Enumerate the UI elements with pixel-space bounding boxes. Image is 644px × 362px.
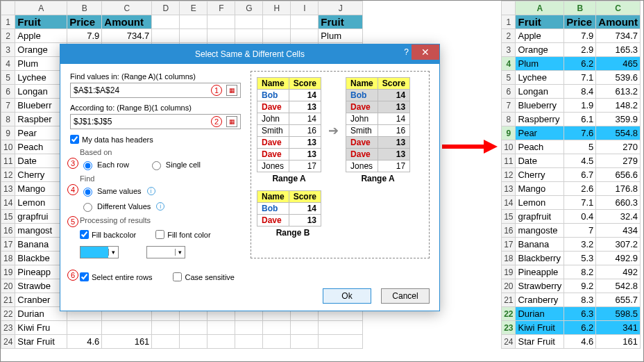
fill-fontcolor-checkbox[interactable]: Fill font color: [155, 230, 210, 239]
range-picker-icon[interactable]: ▦: [226, 85, 237, 96]
col-header-fruit-j[interactable]: Fruit: [319, 15, 363, 29]
same-values-radio[interactable]: Same valuesi: [80, 186, 241, 197]
info-icon[interactable]: i: [147, 187, 155, 195]
fontcolor-swatch[interactable]: ▾: [146, 246, 185, 258]
arrow-right-icon: ➔: [328, 123, 339, 138]
table-row[interactable]: 21 Cranberry8.3655.7: [502, 293, 641, 307]
table-row[interactable]: 22 Durian6.3598.5: [502, 307, 641, 321]
select-entire-rows-checkbox[interactable]: Select entire rows: [80, 272, 152, 281]
table-row[interactable]: 5 Lychee7.1539.6: [502, 71, 641, 85]
table-row[interactable]: 24 Star Fruit4.6161: [502, 335, 641, 349]
table-row[interactable]: 4 Plum6.2465: [502, 57, 641, 71]
col-header-amount[interactable]: Amount: [102, 15, 152, 29]
table-row[interactable]: 10 Peach5270: [502, 140, 641, 154]
close-icon[interactable]: ✕: [412, 44, 439, 60]
dialog-titlebar[interactable]: Select Same & Different Cells ? ✕: [60, 44, 439, 64]
table-row[interactable]: 11 Date4.5279: [502, 154, 641, 168]
range-b-input[interactable]: $J$1:$J$5 2 ▦: [70, 114, 241, 129]
table-row[interactable]: 8 Raspberry6.1359.9: [502, 113, 641, 126]
table-row[interactable]: 18 Blackberry5.3492.9: [502, 252, 641, 265]
table-row[interactable]: 24 Star Fruit4.6161: [1, 335, 363, 349]
ok-button[interactable]: Ok: [323, 288, 371, 304]
col-header-price[interactable]: Price: [67, 15, 102, 29]
dialog-preview: NameScoreBob14Dave13John14Smith16Dave13D…: [251, 71, 430, 258]
table-row[interactable]: 23 Kiwi Fru: [1, 321, 363, 335]
table-row[interactable]: 23 Kiwi Fruit6.2341: [502, 321, 641, 335]
table-row[interactable]: 2 Apple7.9734.7 Plum: [1, 29, 363, 43]
select-cells-dialog: Select Same & Different Cells ? ✕ Find v…: [60, 44, 440, 311]
table-row[interactable]: 3 Orange2.9165.3: [502, 43, 641, 57]
help-icon[interactable]: ?: [404, 47, 409, 57]
table-row[interactable]: 13 Mango2.6176.8: [502, 182, 641, 196]
table-row[interactable]: 14 Lemon7.1660.3: [502, 196, 641, 210]
right-spreadsheet[interactable]: ABC 1 Fruit Price Amount 2 Apple7.9734.7…: [501, 1, 641, 349]
table-row[interactable]: 2 Apple7.9734.7: [502, 29, 641, 43]
each-row-radio[interactable]: Each row: [80, 159, 129, 170]
table-row[interactable]: 6 Longan8.4613.2: [502, 85, 641, 99]
has-headers-checkbox[interactable]: My data has headers: [70, 135, 241, 144]
range-a-input[interactable]: $A$1:$A$24 1 ▦: [70, 83, 241, 98]
table-row[interactable]: 16 mangoste7434: [502, 224, 641, 238]
dialog-title: Select Same & Different Cells: [195, 49, 305, 59]
table-row[interactable]: 15 grapfruit0.432.4: [502, 210, 641, 224]
info-icon[interactable]: i: [156, 202, 164, 211]
table-row[interactable]: 12 Cherry6.7656.6: [502, 168, 641, 182]
single-cell-radio[interactable]: Single cell: [149, 159, 201, 170]
result-arrow-icon: [442, 141, 499, 152]
table-row[interactable]: 19 Pineapple8.2492: [502, 265, 641, 279]
table-row[interactable]: 20 Strawberry9.2542.8: [502, 279, 641, 293]
find-values-label: Find values in: (Range A)(1 columns): [70, 72, 241, 81]
diff-values-radio[interactable]: Different Valuesi: [80, 201, 241, 212]
table-row[interactable]: 9 Pear7.6554.8: [502, 126, 641, 140]
cancel-button[interactable]: Cancel: [381, 288, 430, 304]
fill-backcolor-checkbox[interactable]: Fill backcolor: [80, 230, 136, 239]
col-header-fruit[interactable]: Fruit: [15, 15, 67, 29]
table-row[interactable]: 7 Blueberry1.9148.2: [502, 99, 641, 113]
table-row[interactable]: 17 Banana3.2307.2: [502, 238, 641, 252]
according-to-label: According to: (Range B)(1 columns): [70, 104, 241, 112]
range-picker-icon[interactable]: ▦: [226, 116, 237, 127]
backcolor-swatch[interactable]: ▾: [80, 246, 119, 258]
case-sensitive-checkbox[interactable]: Case sensitive: [173, 272, 235, 281]
